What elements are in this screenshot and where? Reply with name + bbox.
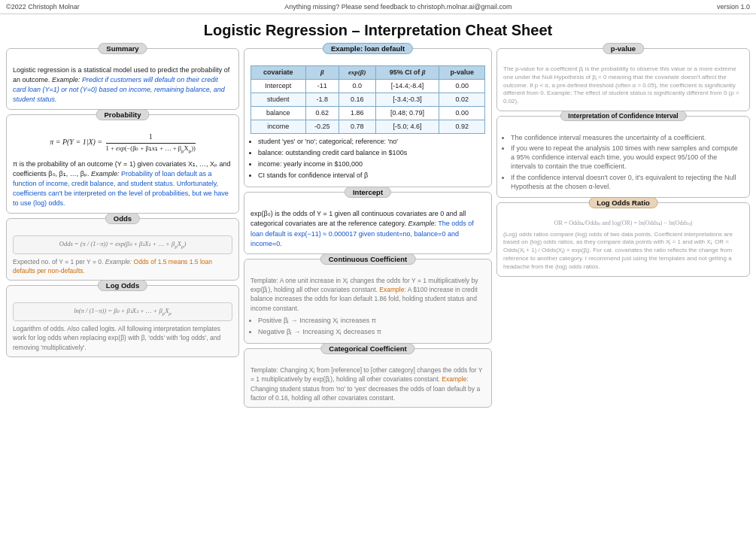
log-odds-formula: ln(π / (1−π)) = β₀ + β₁X₁ + … + βpXp [13,302,232,321]
odds-title: Odds [105,213,140,224]
example-bullets: student 'yes' or 'no'; categorical; refe… [250,137,485,181]
log-odds-desc: Logarithm of odds. Also called logits. A… [13,324,232,352]
odds-formula: Odds = (π / (1−π)) = exp(β₀ + β₁X₁ + … +… [13,235,232,254]
categorical-title: Categorical Coefficient [320,343,414,354]
col1: Summary Logistic regression is a statist… [6,48,239,408]
probability-content: π = P(Y = 1|X) = 1 1 + exp(−(β₀ + β₁x₁ +… [13,132,232,208]
summary-content: Logistic regression is a statistical mod… [13,65,232,105]
top-bar: ©2022 Christoph Molnar Anything missing?… [0,0,756,14]
continuous-content: Template: A one unit increase in Xⱼ chan… [250,276,485,337]
list-item: CI stands for confidence interval of β [258,171,485,181]
ci-bullets: The confidence interval measures the unc… [503,133,743,191]
content-area: Summary Logistic regression is a statist… [0,45,756,414]
pvalue-title: p-value [603,43,644,54]
intercept-content: exp(β₀) is the odds of Y = 1 given all c… [250,209,485,248]
categorical-template: Template: Changing Xⱼ from [reference] t… [250,366,485,402]
copyright-text: ©2022 Christoph Molnar [6,3,80,11]
pvalue-box: p-value The p-value for a coefficient βⱼ… [496,48,750,111]
list-item: balance: outstanding credit card balance… [258,148,485,158]
odds-content: Odds = (π / (1−π)) = exp(β₀ + β₁X₁ + … +… [13,235,232,275]
continuous-title: Continuous Coefficient [320,253,416,265]
pvalue-content: The p-value for a coefficient βⱼ is the … [503,65,743,106]
intercept-box: Intercept exp(β₀) is the odds of Y = 1 g… [244,192,492,253]
example-table: covariate β exp(β) 95% CI of β p-value I… [250,65,485,134]
list-item: Negative βⱼ → Increasing Xⱼ decreases π [258,327,485,337]
list-item: If the confidence interval doesn't cover… [511,173,743,191]
intercept-example-label: Example: [408,220,436,227]
table-cell: balance [251,107,306,120]
odds-desc: Expected no. of Y = 1 per Y = 0. Example… [13,257,232,276]
col-pvalue: p-value [439,66,485,80]
continuous-bullets: Positive βⱼ → Increasing Xⱼ increases πN… [250,316,485,337]
table-cell: [-5.0; 4.6] [375,120,439,134]
ci-title: Interpretation of Confidence Interval [560,111,686,121]
col-expbeta: exp(β) [339,66,375,80]
table-cell: 0.78 [339,120,375,134]
table-cell: [-3.4;-0.3] [375,93,439,107]
col-beta: β [305,66,339,80]
log-odds-title: Log Odds [98,280,147,291]
table-cell: 0.0 [339,80,375,93]
table-cell: 0.92 [439,120,485,134]
col2: Example: loan default covariate β exp(β)… [244,48,492,408]
table-cell: 0.02 [439,93,485,107]
version-text: version 1.0 [717,3,750,11]
table-cell: student [251,93,306,107]
ci-content: The confidence interval measures the unc… [503,133,743,191]
log-odds-box: Log Odds ln(π / (1−π)) = β₀ + β₁X₁ + … +… [6,285,239,357]
table-cell: 0.16 [339,93,375,107]
table-cell: -1.8 [305,93,339,107]
ci-box: Interpretation of Confidence Interval Th… [496,116,750,198]
odds-box: Odds Odds = (π / (1−π)) = exp(β₀ + β₁X₁ … [6,218,239,281]
intercept-title: Intercept [345,187,391,198]
page-title: Logistic Regression – Interpretation Che… [0,14,756,45]
list-item: If you were to repeat the analysis 100 t… [511,144,743,171]
example-box: Example: loan default covariate β exp(β)… [244,48,492,187]
continuous-box: Continuous Coefficient Template: A one u… [244,259,492,344]
table-cell: -0.25 [305,120,339,134]
col3: p-value The p-value for a coefficient βⱼ… [496,48,750,408]
table-cell: 1.86 [339,107,375,120]
probability-desc: π is the probability of an outcome (Y = … [13,159,232,208]
example-title: Example: loan default [323,43,413,54]
probability-title: Probability [96,109,149,120]
table-cell: Intercept [251,80,306,93]
table-cell: 0.62 [305,107,339,120]
categorical-box: Categorical Coefficient Template: Changi… [244,348,492,408]
col-ci: 95% CI of β [375,66,439,80]
list-item: student 'yes' or 'no'; categorical; refe… [258,137,485,147]
list-item: income: yearly income in $100,000 [258,159,485,169]
log-odds-ratio-content: OR = Odds₁/Odds₀ and log(OR) = ln(Odds₁)… [503,220,743,272]
table-cell: 0.00 [439,80,485,93]
log-odds-content: ln(π / (1−π)) = β₀ + β₁X₁ + … + βpXp Log… [13,302,232,352]
table-cell: [-14.4;-8.4] [375,80,439,93]
summary-box: Summary Logistic regression is a statist… [6,48,239,110]
continuous-template: Template: A one unit increase in Xⱼ chan… [250,276,485,313]
lor-formula: OR = Odds₁/Odds₀ and log(OR) = ln(Odds₁)… [503,220,743,228]
table-cell: 0.00 [439,107,485,120]
table-cell: -11 [305,80,339,93]
feedback-text: Anything missing? Please send feedback t… [284,3,512,11]
lor-desc: (Log) odds ratios compare (log) odds of … [503,231,743,272]
summary-title: Summary [98,43,147,54]
summary-example-label: Example: [52,76,80,83]
log-odds-ratio-title: Log Odds Ratio [588,197,658,208]
table-cell: [0.48; 0.79] [375,107,439,120]
list-item: The confidence interval measures the unc… [511,133,743,142]
probability-formula: π = P(Y = 1|X) = 1 1 + exp(−(β₀ + β₁x₁ +… [13,132,232,154]
prob-example-label: Example: [91,170,120,177]
probability-box: Probability π = P(Y = 1|X) = 1 1 + exp(−… [6,114,239,214]
categorical-content: Template: Changing Xⱼ from [reference] t… [250,366,485,402]
example-content: covariate β exp(β) 95% CI of β p-value I… [250,65,485,181]
log-odds-ratio-box: Log Odds Ratio OR = Odds₁/Odds₀ and log(… [496,202,750,277]
col-covariate: covariate [251,66,306,80]
list-item: Positive βⱼ → Increasing Xⱼ increases π [258,316,485,326]
table-cell: income [251,120,306,134]
